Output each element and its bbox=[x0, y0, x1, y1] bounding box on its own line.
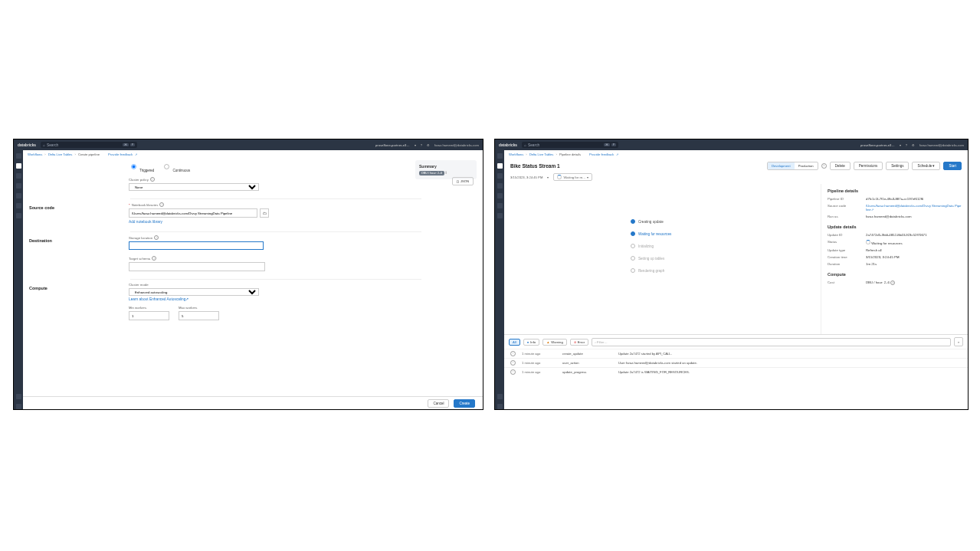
run-as-label: Run as bbox=[828, 215, 866, 218]
crumb-dlt[interactable]: Delta Live Tables bbox=[48, 153, 73, 156]
target-schema-label: Target schema bbox=[129, 257, 150, 261]
close-log-button[interactable]: × bbox=[954, 337, 963, 346]
source-code-link[interactable]: /Users/faraz.hameed@databricks.com/Divvy… bbox=[866, 204, 962, 212]
nav-icon-2[interactable] bbox=[497, 163, 503, 169]
nav-icon-7[interactable] bbox=[497, 213, 503, 218]
json-toggle-button[interactable]: {}JSON bbox=[452, 177, 474, 185]
target-schema-input[interactable] bbox=[129, 262, 265, 271]
compute-heading: Compute bbox=[828, 272, 962, 277]
log-tab-info[interactable]: ●Info bbox=[523, 339, 540, 346]
create-button[interactable]: Create bbox=[454, 399, 475, 408]
nav-icon-bottom-1[interactable] bbox=[497, 394, 503, 399]
nav-icon-4[interactable] bbox=[497, 183, 503, 189]
user-email[interactable]: faraz.hameed@databricks.com bbox=[919, 143, 964, 147]
event-log: All ●Info ▲Warning ⊘Error ⌕ Filter… × i1… bbox=[504, 334, 968, 376]
pipeline-id-value: d7fc1c1f-7f1e-49a3-887a-cc197ef612f6 bbox=[866, 197, 962, 201]
cluster-policy-label: Cluster policy bbox=[129, 178, 149, 182]
info-icon[interactable]: i bbox=[152, 256, 156, 261]
start-button[interactable]: Start bbox=[943, 162, 962, 170]
crumb-current: Pipeline details bbox=[559, 153, 581, 156]
nav-icon-3[interactable] bbox=[16, 173, 21, 179]
account-switcher[interactable]: prose8one-partner-e3… bbox=[860, 143, 895, 147]
kbd-cmd: ⌘ bbox=[123, 143, 129, 146]
nav-icon-5[interactable] bbox=[497, 193, 503, 198]
log-filter-input[interactable]: ⌕ Filter… bbox=[592, 338, 951, 346]
max-workers-label: Max workers bbox=[179, 306, 219, 310]
max-workers-input[interactable] bbox=[179, 311, 219, 320]
kbd-p: P bbox=[611, 143, 616, 146]
autoscaling-learn-link[interactable]: Learn about Enhanced Autoscaling↗ bbox=[129, 297, 313, 301]
gear-icon[interactable]: ⚙ bbox=[427, 143, 430, 147]
min-workers-input[interactable] bbox=[129, 311, 169, 320]
feedback-link[interactable]: Provide feedback bbox=[589, 153, 614, 156]
help-icon[interactable]: ? bbox=[906, 143, 907, 147]
topbar: databricks ⌕ Search ⌘P prose8one-partner… bbox=[495, 139, 968, 150]
info-icon[interactable]: i bbox=[154, 235, 159, 240]
account-switcher[interactable]: prose8one-partner-e3… bbox=[375, 143, 410, 147]
status-pill[interactable]: Waiting for re…▾ bbox=[553, 173, 592, 181]
continuous-radio[interactable]: Continuous bbox=[162, 162, 190, 172]
search-placeholder: Search bbox=[47, 143, 58, 147]
storage-location-input[interactable] bbox=[129, 241, 264, 250]
run-timestamp: 3/15/2023, 3:24:45 PM bbox=[510, 175, 542, 179]
log-row[interactable]: i1 minute agoupdate_progressUpdate 2a747… bbox=[504, 367, 968, 376]
crumb-dlt[interactable]: Delta Live Tables bbox=[529, 153, 554, 156]
compute-heading: Compute bbox=[29, 283, 129, 320]
creation-time-value: 3/15/2023, 3:24:45 PM bbox=[866, 255, 962, 259]
nav-icon-4[interactable] bbox=[16, 183, 21, 189]
log-tab-error[interactable]: ⊘Error bbox=[570, 339, 588, 346]
nav-icon-6[interactable] bbox=[16, 203, 21, 208]
cancel-button[interactable]: Cancel bbox=[428, 399, 449, 408]
search-input[interactable]: ⌕ Search ⌘P bbox=[522, 142, 618, 148]
delete-button[interactable]: Delete bbox=[830, 162, 851, 170]
info-icon[interactable]: i bbox=[446, 171, 447, 175]
nav-icon-2[interactable] bbox=[16, 163, 21, 169]
folder-picker-icon[interactable]: 🗀 bbox=[260, 208, 269, 218]
log-tab-warning[interactable]: ▲Warning bbox=[542, 339, 567, 346]
permissions-button[interactable]: Permissions bbox=[854, 162, 883, 170]
source-code-label: Source code bbox=[828, 204, 866, 212]
chevron-down-icon: ▾ bbox=[900, 143, 901, 147]
info-icon: i bbox=[510, 369, 516, 375]
left-screenshot: databricks ⌕ Search ⌘P prose8one-partner… bbox=[13, 139, 483, 410]
triggered-radio[interactable]: Triggered bbox=[129, 162, 154, 172]
cluster-mode-label: Cluster mode bbox=[129, 283, 313, 287]
feedback-link[interactable]: Provide feedback bbox=[108, 153, 133, 156]
crumb-workflows[interactable]: Workflows bbox=[509, 153, 523, 156]
update-type-label: Update type bbox=[828, 248, 866, 252]
nav-icon-6[interactable] bbox=[497, 203, 503, 208]
info-icon[interactable]: i bbox=[821, 163, 827, 169]
crumb-workflows[interactable]: Workflows bbox=[28, 153, 42, 156]
nav-icon-bottom-2[interactable] bbox=[16, 404, 21, 409]
storage-location-label: Storage location bbox=[129, 236, 152, 240]
right-screenshot: databricks ⌕ Search ⌘P prose8one-partner… bbox=[494, 139, 969, 410]
user-email[interactable]: faraz.hameed@databricks.com bbox=[434, 143, 479, 147]
cluster-policy-select[interactable]: None bbox=[129, 183, 259, 191]
log-row[interactable]: i1 minute agocreate_updateUpdate 2a7472 … bbox=[504, 349, 968, 358]
settings-button[interactable]: Settings bbox=[886, 162, 909, 170]
kbd-cmd: ⌘ bbox=[604, 143, 610, 146]
nav-icon-bottom-1[interactable] bbox=[16, 394, 21, 399]
schedule-button[interactable]: Schedule ▾ bbox=[912, 162, 940, 170]
nav-icon-7[interactable] bbox=[16, 213, 21, 218]
add-notebook-link[interactable]: Add notebook library bbox=[129, 220, 313, 224]
log-tab-all[interactable]: All bbox=[509, 339, 520, 346]
development-tab[interactable]: Development bbox=[768, 162, 795, 169]
help-icon[interactable]: ? bbox=[421, 143, 422, 147]
nav-icon-3[interactable] bbox=[497, 173, 503, 179]
kbd-p: P bbox=[130, 143, 135, 146]
cluster-mode-select[interactable]: Enhanced autoscaling bbox=[129, 288, 259, 296]
info-icon[interactable]: i bbox=[159, 202, 164, 207]
nav-icon-bottom-2[interactable] bbox=[497, 404, 503, 409]
nav-icon-5[interactable] bbox=[16, 193, 21, 198]
production-tab[interactable]: Production bbox=[795, 162, 818, 169]
search-input[interactable]: ⌕ Search ⌘P bbox=[41, 142, 137, 148]
notebook-path-input[interactable] bbox=[129, 208, 257, 218]
mode-segmented[interactable]: Development Production bbox=[767, 162, 818, 170]
nav-icon-1[interactable] bbox=[16, 153, 21, 159]
nav-icon-1[interactable] bbox=[497, 153, 503, 159]
cost-value: DBU / hour: 2–6 i bbox=[866, 280, 962, 285]
gear-icon[interactable]: ⚙ bbox=[912, 143, 915, 147]
info-icon[interactable]: i bbox=[150, 177, 155, 182]
log-row[interactable]: i1 minute agouser_actionUser faraz.hamee… bbox=[504, 358, 968, 367]
